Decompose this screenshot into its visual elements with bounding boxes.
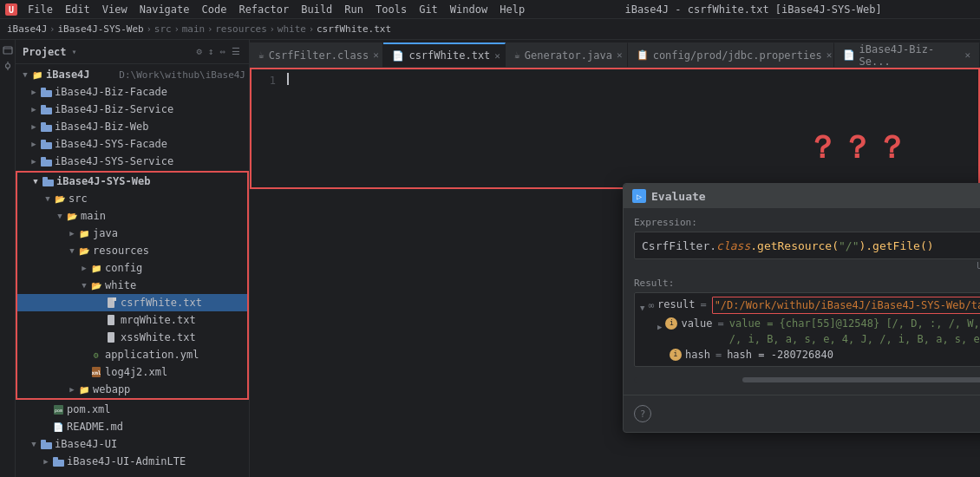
tree-main[interactable]: ▼ 📂 main xyxy=(17,207,247,225)
breadcrumb-item-1[interactable]: iBase4J-SYS-Web xyxy=(57,23,143,35)
sidebar-commit-icon[interactable] xyxy=(1,59,15,73)
dialog-title: Evaluate xyxy=(651,190,980,203)
toolbar-expand[interactable]: ⇔ xyxy=(218,45,227,58)
tree-biz-facade[interactable]: ▶ iBase4J-Biz-Facade xyxy=(16,83,249,101)
menu-bar: U File Edit View Navigate Code Refactor … xyxy=(0,0,980,19)
breadcrumb-item-3[interactable]: main xyxy=(182,23,206,35)
result-value-row: ▶ i value = value = {char[55]@12548} [/,… xyxy=(640,316,980,347)
result-collapse-arrow[interactable]: ▼ xyxy=(640,300,644,316)
svg-rect-4 xyxy=(41,90,52,97)
project-dropdown[interactable]: ▾ xyxy=(72,47,77,56)
tab-generator[interactable]: ☕ Generator.java ✕ xyxy=(506,42,628,67)
tree-sys-facade[interactable]: ▶ iBase4J-SYS-Facade xyxy=(16,135,249,153)
tree-java[interactable]: ▶ 📁 java xyxy=(17,225,247,242)
menu-refactor[interactable]: Refactor xyxy=(233,2,294,17)
svg-rect-9 xyxy=(41,122,46,126)
tab-generator-icon: ☕ xyxy=(514,49,520,61)
project-panel: Project ▾ ⚙ ↕ ⇔ ☰ ▼ 📁 iBase4J D:\Work\wi… xyxy=(16,40,250,477)
svg-rect-12 xyxy=(41,160,52,167)
tree-biz-web[interactable]: ▶ iBase4J-Biz-Web xyxy=(16,118,249,135)
breadcrumb-item-2[interactable]: src xyxy=(154,23,172,35)
ctrl-hint: Use Ctrl+Shift+Enter to add to Watches xyxy=(634,261,980,271)
tree-sys-web[interactable]: ▼ iBase4J-SYS-Web xyxy=(17,173,247,190)
svg-rect-5 xyxy=(41,88,46,91)
tab-generator-close[interactable]: ✕ xyxy=(617,49,623,61)
java-label: java xyxy=(93,227,244,239)
menu-run[interactable]: Run xyxy=(339,2,369,17)
sidebar-project-icon[interactable] xyxy=(1,43,15,57)
tree-resources[interactable]: ▼ 📂 resources xyxy=(17,242,247,259)
project-header: Project ▾ ⚙ ↕ ⇔ ☰ xyxy=(16,40,249,64)
breadcrumb-item-4[interactable]: resources xyxy=(215,23,267,35)
toolbar-settings[interactable]: ☰ xyxy=(230,45,242,58)
menu-window[interactable]: Window xyxy=(445,2,493,17)
breadcrumb-item-6[interactable]: csrfWhite.txt xyxy=(317,23,391,35)
toolbar-sync[interactable]: ↕ xyxy=(206,45,216,58)
breadcrumb-item-0[interactable]: iBase4J xyxy=(7,23,47,35)
tree-src[interactable]: ▼ 📂 src xyxy=(17,190,247,207)
svg-rect-24 xyxy=(41,442,52,449)
menu-navigate[interactable]: Navigate xyxy=(134,2,195,17)
tab-jdbc-close[interactable]: ✕ xyxy=(826,49,833,61)
tab-biz-se[interactable]: 📄 iBase4J-Biz-Se... ✕ xyxy=(834,42,980,67)
menu-code[interactable]: Code xyxy=(197,2,232,17)
value-expand-arrow[interactable]: ▶ xyxy=(657,319,662,335)
tree-biz-service[interactable]: ▶ iBase4J-Biz-Service xyxy=(16,101,249,118)
menu-view[interactable]: View xyxy=(97,2,133,17)
biz-web-icon xyxy=(40,121,52,133)
tab-csrf-filter-label: CsrfFilter.class xyxy=(269,49,369,62)
svg-point-3 xyxy=(5,64,10,69)
tree-readme[interactable]: 📄 README.md xyxy=(16,418,249,435)
src-label: src xyxy=(69,193,244,205)
tree-pom[interactable]: pom pom.xml xyxy=(16,401,249,418)
tree-root[interactable]: ▼ 📁 iBase4J D:\Work\withub\iBase4J xyxy=(16,66,249,83)
svg-text:U: U xyxy=(9,5,14,15)
tab-generator-label: Generator.java xyxy=(525,49,612,62)
tree-log4j[interactable]: xml log4j2.xml xyxy=(17,363,247,381)
tree-config[interactable]: ▶ 📁 config xyxy=(17,259,247,277)
tab-csrf-white[interactable]: 📄 csrfWhite.txt ✕ xyxy=(383,42,506,67)
tab-csrf-white-label: csrfWhite.txt xyxy=(408,49,490,62)
menu-build[interactable]: Build xyxy=(296,2,337,17)
menu-help[interactable]: Help xyxy=(494,2,530,17)
menu-file[interactable]: File xyxy=(23,2,58,17)
scrollbar-thumb xyxy=(742,377,980,382)
xml-label: log4j2.xml xyxy=(105,366,244,378)
result-spacer xyxy=(634,367,980,374)
hash-value: hash = -280726840 xyxy=(727,347,833,363)
tab-biz-se-close[interactable]: ✕ xyxy=(964,49,970,61)
tab-csrf-filter[interactable]: ☕ CsrfFilter.class ✕ xyxy=(250,42,383,67)
main-layout: Project ▾ ⚙ ↕ ⇔ ☰ ▼ 📁 iBase4J D:\Work\wi… xyxy=(0,40,980,477)
help-button[interactable]: ? xyxy=(634,405,651,422)
biz-web-label: iBase4J-Biz-Web xyxy=(55,121,245,133)
breadcrumb-item-5[interactable]: white xyxy=(278,23,306,35)
tab-csrf-white-close[interactable]: ✕ xyxy=(494,50,500,62)
menu-tools[interactable]: Tools xyxy=(370,2,412,17)
evaluate-dialog: ▷ Evaluate ✕ Expression: CsrfFilter.clas… xyxy=(623,183,980,433)
menu-git[interactable]: Git xyxy=(414,2,443,17)
toolbar-gear[interactable]: ⚙ xyxy=(194,45,204,58)
java-icon: 📁 xyxy=(78,227,90,239)
tree-admin-lte[interactable]: ▶ iBase4J-UI-AdminLTE xyxy=(16,453,249,470)
tree-webapp[interactable]: ▶ 📁 webapp xyxy=(17,381,247,398)
white-label: white xyxy=(105,279,244,291)
tab-jdbc[interactable]: 📋 config/prod/jdbc.properties ✕ xyxy=(628,42,834,67)
result-value: "/D:/Work/withub/iBase4J/iBase4J-SYS-Web… xyxy=(712,297,980,314)
webapp-icon: 📁 xyxy=(78,383,90,395)
tree-sys-service[interactable]: ▶ iBase4J-SYS-Service xyxy=(16,153,249,170)
tree-xss-white[interactable]: xssWhite.txt xyxy=(17,329,247,346)
tree-application-yml[interactable]: ⚙ application.yml xyxy=(17,346,247,363)
result-label: Result: xyxy=(634,278,980,289)
menu-edit[interactable]: Edit xyxy=(60,2,95,17)
svg-rect-7 xyxy=(41,105,46,108)
sys-facade-icon xyxy=(40,138,52,150)
tree-white[interactable]: ▼ 📂 white xyxy=(17,277,247,294)
tree-csrf-white[interactable]: csrfWhite.txt xyxy=(17,294,247,311)
tree-mrq-white[interactable]: mrqWhite.txt xyxy=(17,311,247,329)
tab-csrf-filter-close[interactable]: ✕ xyxy=(373,49,379,61)
biz-service-icon xyxy=(40,103,52,115)
dialog-scrollbar[interactable] xyxy=(634,377,980,382)
project-title: Project xyxy=(23,46,67,58)
question-marks: ？？？ xyxy=(807,127,911,169)
tree-ui[interactable]: ▼ iBase4J-UI xyxy=(16,435,249,453)
